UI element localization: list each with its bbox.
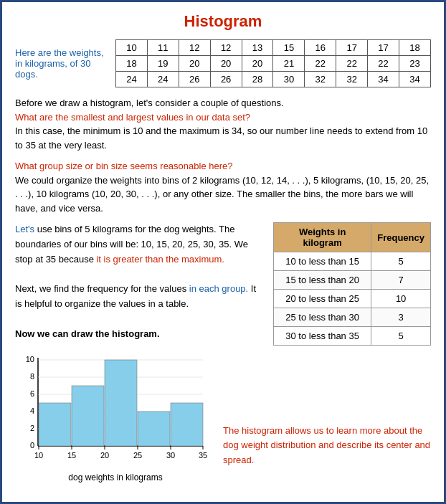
data-cell: 13 <box>242 40 273 56</box>
data-cell: 20 <box>179 56 210 72</box>
chart-area: 0 2 4 6 8 10 <box>15 354 216 482</box>
para1-text: Before we draw a histogram, let's consid… <box>15 98 284 108</box>
data-cell: 18 <box>399 40 431 56</box>
bar-20-25 <box>105 360 137 446</box>
intro-text: Here are the weights, in kilograms, of 3… <box>15 47 115 80</box>
data-cell: 23 <box>399 56 431 72</box>
data-cell: 12 <box>179 40 210 56</box>
freq-value: 3 <box>371 308 431 327</box>
para1-block: Before we draw a histogram, let's consid… <box>15 96 431 152</box>
svg-text:20: 20 <box>100 451 109 460</box>
para1-red: What are the smallest and largest values… <box>15 112 250 123</box>
frequency-table: Weights in kilogram Frequency 10 to less… <box>273 222 431 346</box>
data-cell: 24 <box>147 72 179 87</box>
data-cell: 26 <box>179 72 210 87</box>
svg-text:30: 30 <box>166 451 175 460</box>
svg-text:35: 35 <box>199 451 207 460</box>
para2-block: What group size or bin size seems reason… <box>15 159 431 215</box>
freq-range: 10 to less than 15 <box>274 252 371 271</box>
data-cell: 28 <box>242 72 273 87</box>
data-table: 1011121213151617171818192020202122222223… <box>115 39 431 87</box>
freq-value: 10 <box>371 290 431 308</box>
bottom-right-text: The histogram allows us to learn more ab… <box>223 424 431 482</box>
svg-text:8: 8 <box>30 372 34 381</box>
para1-cont: In this case, the minimum is 10 and the … <box>15 125 427 151</box>
svg-text:10: 10 <box>34 451 43 460</box>
data-cell: 12 <box>210 40 242 56</box>
para2-red: What group size or bin size seems reason… <box>15 161 233 171</box>
data-cell: 17 <box>336 40 368 56</box>
svg-text:25: 25 <box>133 451 142 460</box>
data-cell: 20 <box>210 56 242 72</box>
middle-left: Let's use bins of 5 kilograms for the do… <box>15 222 262 346</box>
middle-p3: Now we can draw the histogram. <box>15 327 262 342</box>
freq-value: 5 <box>371 327 431 346</box>
histogram-svg: 0 2 4 6 8 10 <box>15 354 209 469</box>
chart-xlabel: dog weights in kilograms <box>15 472 216 482</box>
data-cell: 11 <box>147 40 179 56</box>
bar-25-30 <box>138 412 170 446</box>
data-cell: 30 <box>273 72 305 87</box>
bar-30-35 <box>171 403 203 446</box>
freq-range: 25 to less than 30 <box>274 308 371 327</box>
data-cell: 26 <box>210 72 242 87</box>
data-cell: 22 <box>336 56 368 72</box>
data-cell: 22 <box>368 56 399 72</box>
data-cell: 19 <box>147 56 179 72</box>
freq-header-range: Weights in kilogram <box>274 223 371 252</box>
middle-p1: Let's use bins of 5 kilograms for the do… <box>15 222 262 267</box>
data-cell: 32 <box>336 72 368 87</box>
top-section: Here are the weights, in kilograms, of 3… <box>15 39 431 87</box>
data-cell: 15 <box>273 40 305 56</box>
data-cell: 21 <box>273 56 305 72</box>
data-cell: 32 <box>305 72 336 87</box>
page-title: Histogram <box>15 12 431 31</box>
svg-text:0: 0 <box>30 441 34 450</box>
bottom-right-content: The histogram allows us to learn more ab… <box>223 425 430 466</box>
data-cell: 24 <box>116 72 148 87</box>
data-cell: 16 <box>305 40 336 56</box>
svg-text:15: 15 <box>67 451 76 460</box>
middle-p2: Next, we find the frequency for the valu… <box>15 282 262 312</box>
freq-value: 7 <box>371 271 431 290</box>
data-cell: 18 <box>116 56 148 72</box>
freq-range: 20 to less than 25 <box>274 290 371 308</box>
svg-text:4: 4 <box>30 406 34 415</box>
data-cell: 17 <box>368 40 399 56</box>
freq-header-freq: Frequency <box>371 223 431 252</box>
svg-text:6: 6 <box>30 389 34 398</box>
data-cell: 20 <box>242 56 273 72</box>
data-cell: 22 <box>305 56 336 72</box>
svg-text:10: 10 <box>26 355 34 363</box>
para2-cont: We could organize the weights into bins … <box>15 175 429 214</box>
bar-15-20 <box>72 386 104 446</box>
freq-value: 5 <box>371 252 431 271</box>
svg-text:2: 2 <box>30 424 34 432</box>
data-cell: 34 <box>368 72 399 87</box>
frequency-table-wrap: Weights in kilogram Frequency 10 to less… <box>273 222 431 346</box>
freq-range: 15 to less than 20 <box>274 271 371 290</box>
data-cell: 10 <box>116 40 148 56</box>
data-cell: 34 <box>399 72 431 87</box>
bottom-section: 0 2 4 6 8 10 <box>15 354 431 482</box>
freq-range: 30 to less than 35 <box>274 327 371 346</box>
middle-section: Let's use bins of 5 kilograms for the do… <box>15 222 431 346</box>
bar-10-15 <box>39 403 71 446</box>
page: Histogram Here are the weights, in kilog… <box>0 0 446 504</box>
